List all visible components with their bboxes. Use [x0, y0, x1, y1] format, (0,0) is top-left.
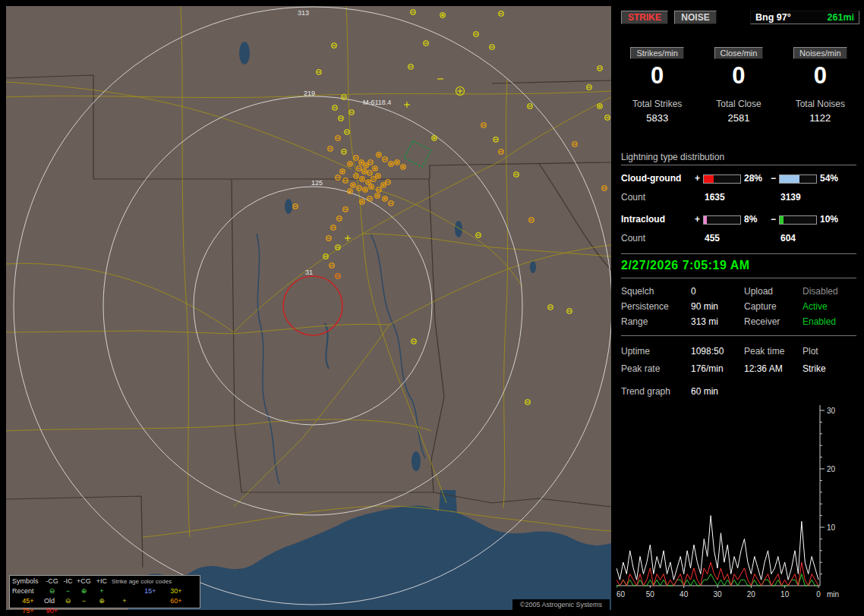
peak-rate-value: 176/min	[691, 363, 724, 374]
ic-minus-pct: 10%	[820, 214, 838, 225]
total-noises-value: 1122	[780, 112, 861, 124]
uptime-label: Uptime	[621, 346, 650, 357]
plus-sign: +	[695, 173, 700, 184]
ic-count-label: Count	[621, 233, 645, 244]
svg-text:30: 30	[713, 590, 722, 599]
strikes-per-min-button[interactable]: Strikes/min	[630, 47, 683, 59]
persistence-label: Persistence	[621, 301, 669, 312]
range-label: Range	[621, 316, 648, 327]
cg-minus-bar	[779, 174, 817, 184]
legend-age-code: 90+	[44, 606, 60, 616]
noises-per-min-button[interactable]: Noises/min	[793, 47, 847, 59]
plus-sign: +	[695, 214, 700, 225]
upload-label: Upload	[744, 286, 773, 297]
total-strikes-label: Total Strikes	[616, 99, 698, 109]
ic-plus-count: 455	[705, 233, 720, 244]
ic-plus-pct: 8%	[744, 214, 757, 225]
cg-minus-pct: 54%	[820, 173, 838, 184]
legend-age-header: Strike age color codes	[112, 577, 189, 586]
plot-label: Plot	[803, 346, 818, 357]
plot-value: Strike	[803, 363, 826, 374]
legend-col-header: -CG	[44, 577, 60, 586]
lake	[239, 42, 250, 64]
ic-plus-bar	[703, 215, 741, 225]
map-view[interactable]: 31321912531 M-6118.4 Symbols-CG-IC+CG+IC…	[6, 6, 611, 610]
svg-text:min: min	[827, 590, 839, 599]
trend-graph-label: Trend graph	[621, 386, 670, 397]
control-panel: STRIKE NOISE Bng 97° 261mi Strikes/min C…	[616, 6, 861, 610]
legend-symbol: ⊕	[92, 596, 112, 606]
svg-text:30: 30	[827, 407, 836, 415]
total-strikes-value: 5833	[616, 112, 698, 124]
lightning-map: 31321912531 M-6118.4	[6, 6, 611, 610]
ic-minus-bar	[779, 215, 817, 225]
noise-mode-button[interactable]: NOISE	[674, 11, 716, 24]
capture-label: Capture	[744, 301, 777, 312]
minus-sign: −	[771, 173, 776, 184]
cg-plus-count: 1635	[705, 192, 725, 203]
close-per-min-value: 0	[698, 64, 779, 88]
squelch-label: Squelch	[621, 286, 654, 297]
copyright: ©2005 Astrogenic Systems	[512, 599, 610, 610]
range-value: 313 mi	[691, 316, 718, 327]
cg-plus-bar	[703, 174, 741, 184]
distribution-header: Lightning type distribution	[621, 152, 856, 165]
lake	[530, 261, 536, 273]
legend-symbol: −	[60, 586, 76, 596]
total-close-label: Total Close	[698, 99, 779, 109]
map-legend: Symbols-CG-IC+CG+ICStrike age color code…	[9, 575, 200, 608]
app-window: 31321912531 M-6118.4 Symbols-CG-IC+CG+IC…	[0, 0, 864, 616]
svg-text:40: 40	[680, 590, 689, 599]
cloud-ground-label: Cloud-ground	[621, 173, 681, 184]
total-close-value: 2581	[698, 112, 779, 124]
distance-value: 261mi	[828, 12, 854, 23]
legend-spacer	[137, 596, 163, 606]
legend-col-header: -IC	[60, 577, 76, 586]
svg-text:20: 20	[827, 465, 836, 473]
storm-cell-label: M-6118.4	[363, 99, 391, 106]
cg-minus-count: 3139	[780, 192, 801, 203]
strike-mode-button[interactable]: STRIKE	[621, 11, 668, 24]
trend-graph: 1020306050403020100min	[616, 402, 852, 607]
svg-text:20: 20	[747, 590, 756, 599]
intracloud-label: Intracloud	[621, 214, 665, 225]
strikes-per-min-value: 0	[616, 64, 698, 88]
cg-plus-pct: 28%	[744, 173, 762, 184]
legend-symbol: ⊕	[76, 586, 92, 596]
legend-row-label: Old	[44, 596, 60, 606]
total-noises-label: Total Noises	[780, 99, 861, 109]
minus-sign: −	[771, 214, 776, 225]
svg-text:10: 10	[780, 590, 790, 599]
lake	[455, 221, 462, 237]
svg-text:50: 50	[646, 590, 655, 599]
persistence-value: 90 min	[691, 301, 718, 312]
legend-age-code: 15+	[137, 586, 163, 596]
uptime-value: 1098:50	[691, 346, 724, 357]
legend-age-code: 60+	[163, 596, 189, 606]
legend-col-header: +CG	[76, 577, 92, 586]
bearing-value: Bng 97°	[755, 12, 791, 23]
legend-symbol: ⊖	[44, 586, 60, 596]
range-ring-label: 125	[311, 179, 323, 187]
range-ring-label: 313	[298, 9, 309, 17]
peak-time-label: Peak time	[744, 346, 784, 357]
legend-age-code: 45+	[12, 596, 44, 606]
close-per-min-button[interactable]: Close/min	[714, 47, 764, 59]
svg-text:0: 0	[816, 590, 821, 599]
svg-text:60: 60	[616, 590, 626, 599]
squelch-value: 0	[691, 286, 696, 297]
legend-symbol: −	[76, 596, 92, 606]
range-ring-label: 219	[304, 90, 315, 97]
ic-minus-count: 604	[780, 233, 796, 244]
lake	[412, 451, 421, 471]
legend-symbols-header: Symbols	[12, 577, 44, 586]
legend-symbol: ⊖	[60, 596, 76, 606]
lake	[285, 199, 292, 214]
upload-value: Disabled	[803, 286, 838, 297]
bearing-display: Bng 97° 261mi	[750, 11, 859, 24]
legend-col-header: +IC	[92, 577, 112, 586]
peak-time-value: 12:36 AM	[744, 363, 783, 374]
peak-rate-label: Peak rate	[621, 363, 660, 374]
legend-age-code: 30+	[163, 586, 189, 596]
capture-value: Active	[803, 301, 828, 312]
